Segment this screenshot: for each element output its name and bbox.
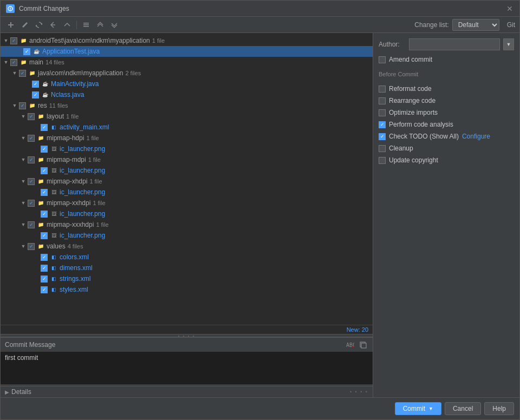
tree-item-strings[interactable]: ✓ ◧ strings.xml [1,273,373,284]
checkbox-colors[interactable]: ✓ [41,254,48,261]
option-row-optimize[interactable]: Optimize imports [379,108,514,117]
option-row-cleanup[interactable]: Cleanup [379,143,514,153]
expand-arrow-xxxhdpi[interactable]: ▼ [20,221,27,228]
tree-item-apptest[interactable]: ✓ ☕ ApplicationTest.java [1,46,373,57]
toolbar-list-btn[interactable] [80,19,92,31]
checkbox-values[interactable]: ✓ [28,243,35,250]
tree-item-launcher-hdpi[interactable]: ✓ 🖼 ic_launcher.png [1,143,373,154]
checkbox-nclass[interactable]: ✓ [32,91,39,99]
expand-arrow-java[interactable]: ▼ [11,70,18,76]
checkbox-launcher-xxxhdpi[interactable]: ✓ [41,232,48,239]
checkbox-analyze[interactable]: ✓ [379,121,386,128]
tree-item-launcher-mdpi[interactable]: ✓ 🖼 ic_launcher.png [1,165,373,176]
option-row-copyright[interactable]: Update copyright [379,155,514,165]
tree-item-mainactivity[interactable]: ✓ ☕ MainActivity.java [1,78,373,89]
tree-item-res[interactable]: ▼ ✓ 📁 res 11 files [1,100,373,111]
checkbox-activitymain[interactable]: ✓ [41,124,48,131]
checkbox-optimize[interactable] [379,109,386,116]
toolbar-add-btn[interactable] [5,19,17,31]
expand-arrow-mdpi[interactable]: ▼ [20,156,27,163]
option-row-todo[interactable]: ✓ Check TODO (Show All) Configure [379,132,514,141]
tree-item-xxxhdpi[interactable]: ▼ ✓ 📁 mipmap-xxxhdpi 1 file [1,219,373,230]
expand-arrow-main[interactable]: ▼ [3,59,9,65]
author-input[interactable] [409,38,500,50]
expand-arrow-xhdpi[interactable]: ▼ [20,178,27,185]
checkbox-main[interactable]: ✓ [10,59,17,66]
amend-row[interactable]: Amend commit [379,56,514,63]
toolbar-expand-btn[interactable] [94,19,106,31]
expand-arrow-hdpi[interactable]: ▼ [20,135,27,141]
checkbox-reformat[interactable] [379,86,386,93]
option-row-analyze[interactable]: ✓ Perform code analysis [379,120,514,129]
checkbox-amend[interactable] [379,56,386,63]
tree-item-launcher-xxxhdpi[interactable]: ✓ 🖼 ic_launcher.png [1,230,373,241]
checkbox-res[interactable]: ✓ [19,102,26,109]
tree-item-androidtest[interactable]: ▼ ✓ 📁 androidTest\java\com\ndkm\myapplic… [1,35,373,46]
configure-link[interactable]: Configure [462,133,490,140]
checkbox-strings[interactable]: ✓ [41,275,48,283]
tree-item-java[interactable]: ▼ ✓ 📁 java\com\ndkm\myapplication 2 file… [1,68,373,78]
checkbox-styles[interactable]: ✓ [41,286,48,293]
checkbox-rearrange[interactable] [379,97,386,104]
author-dropdown-btn[interactable]: ▼ [503,38,514,50]
folder-icon-xhdpi: 📁 [37,178,44,185]
tree-item-launcher-xhdpi[interactable]: ✓ 🖼 ic_launcher.png [1,187,373,198]
checkbox-cleanup[interactable] [379,145,386,152]
tree-item-colors[interactable]: ✓ ◧ colors.xml [1,252,373,262]
checkbox-apptest[interactable]: ✓ [23,48,30,55]
checkbox-mainactivity[interactable]: ✓ [32,81,39,88]
expand-arrow-xxhdpi[interactable]: ▼ [20,200,27,206]
option-label-todo: Check TODO (Show All) [389,133,459,140]
tree-item-styles[interactable]: ✓ ◧ styles.xml [1,284,373,295]
tree-item-xhdpi[interactable]: ▼ ✓ 📁 mipmap-xhdpi 1 file [1,176,373,187]
checkbox-xhdpi[interactable]: ✓ [28,178,35,185]
toolbar-revert-btn[interactable] [47,19,59,31]
toolbar-arrow-btn[interactable] [61,19,73,31]
checkbox-todo[interactable]: ✓ [379,133,386,140]
tree-item-activitymain[interactable]: ✓ ◧ activity_main.xml [1,122,373,133]
tree-item-launcher-xxhdpi[interactable]: ✓ 🖼 ic_launcher.png [1,208,373,219]
commit-message-textarea[interactable]: first commit [1,352,373,384]
expand-arrow-androidtest[interactable]: ▼ [3,37,9,44]
changelist-dropdown[interactable]: Default [452,19,499,31]
commit-button[interactable]: Commit ▼ [395,402,441,415]
close-button[interactable]: ✕ [505,4,514,13]
toolbar-edit-btn[interactable] [19,19,31,31]
toolbar-collapse-btn[interactable] [108,19,120,31]
expand-arrow-res[interactable]: ▼ [11,102,18,109]
tree-item-xxhdpi[interactable]: ▼ ✓ 📁 mipmap-xxhdpi 1 file [1,198,373,208]
cancel-button[interactable]: Cancel [445,402,481,415]
checkbox-launcher-mdpi[interactable]: ✓ [41,167,48,174]
copy-revision-btn[interactable] [358,339,368,350]
tree-item-mdpi[interactable]: ▼ ✓ 📁 mipmap-mdpi 1 file [1,154,373,165]
tree-item-main[interactable]: ▼ ✓ 📁 main 14 files [1,57,373,68]
expand-arrow-layout[interactable]: ▼ [20,113,27,120]
option-row-rearrange[interactable]: Rearrange code [379,96,514,106]
help-button[interactable]: Help [484,402,514,415]
checkbox-xxhdpi[interactable]: ✓ [28,200,35,207]
tree-item-dimens[interactable]: ✓ ◧ dimens.xml [1,262,373,273]
checkbox-xxxhdpi[interactable]: ✓ [28,221,35,228]
toolbar-refresh-btn[interactable] [33,19,45,31]
tree-item-hdpi[interactable]: ▼ ✓ 📁 mipmap-hdpi 1 file [1,133,373,143]
checkbox-launcher-hdpi[interactable]: ✓ [41,146,48,153]
tree-item-nclass[interactable]: ✓ ☕ Nclass.java [1,89,373,100]
checkbox-launcher-xxhdpi[interactable]: ✓ [41,211,48,218]
details-section[interactable]: ▶ Details • • • • [1,386,373,397]
checkbox-mdpi[interactable]: ✓ [28,156,35,163]
checkbox-dimens[interactable]: ✓ [41,265,48,272]
spell-check-btn[interactable]: ABC [344,339,355,350]
item-name-xhdpi: mipmap-xhdpi [47,178,87,185]
tree-item-layout[interactable]: ▼ ✓ 📁 layout 1 file [1,111,373,122]
tree-item-values[interactable]: ▼ ✓ 📁 values 4 files [1,241,373,252]
checkbox-launcher-xhdpi[interactable]: ✓ [41,189,48,196]
checkbox-java[interactable]: ✓ [19,70,26,77]
checkbox-androidtest[interactable]: ✓ [10,37,17,44]
checkbox-copyright[interactable] [379,157,386,164]
checkbox-hdpi[interactable]: ✓ [28,135,35,142]
commit-dropdown-arrow[interactable]: ▼ [428,406,433,411]
option-row-reformat[interactable]: Reformat code [379,84,514,94]
expand-arrow-values[interactable]: ▼ [20,243,27,250]
file-tree[interactable]: ▼ ✓ 📁 androidTest\java\com\ndkm\myapplic… [1,33,373,325]
checkbox-layout[interactable]: ✓ [28,113,35,120]
